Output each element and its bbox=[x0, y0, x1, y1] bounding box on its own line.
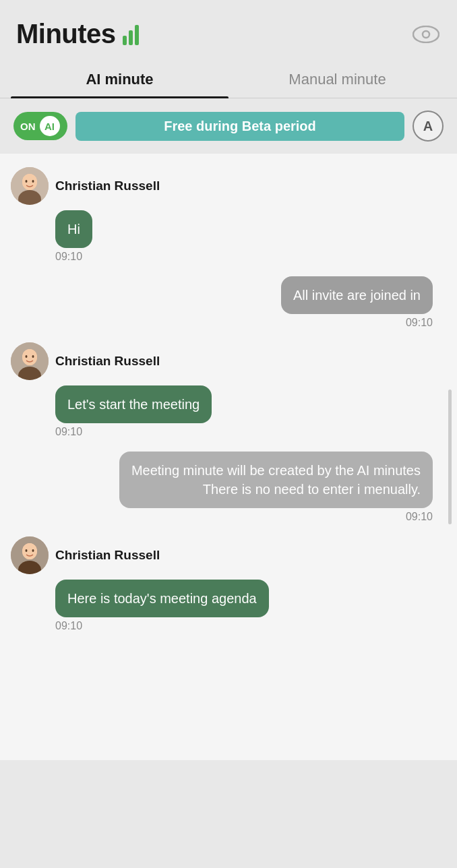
message-group-1: Christian Russell Hi 09:10 bbox=[11, 167, 446, 263]
svg-point-5 bbox=[22, 174, 37, 190]
svg-point-1 bbox=[423, 31, 429, 38]
timestamp-1: 09:10 bbox=[11, 251, 446, 263]
svg-point-6 bbox=[26, 180, 28, 183]
toggle-on-label: ON bbox=[20, 121, 36, 132]
bubble-5: Here is today's meeting agenda bbox=[55, 580, 269, 617]
sender-row-5: Christian Russell bbox=[11, 536, 446, 574]
user-avatar-circle[interactable]: A bbox=[413, 111, 444, 142]
eye-icon[interactable] bbox=[411, 20, 441, 49]
timestamp-4: 09:10 bbox=[11, 511, 446, 523]
message-group-4: Meeting minute will be created by the AI… bbox=[11, 452, 446, 523]
header-title-group: Minutes bbox=[16, 19, 139, 49]
svg-point-17 bbox=[22, 543, 37, 559]
sender-name-3: Christian Russell bbox=[55, 354, 160, 369]
header: Minutes bbox=[0, 0, 457, 60]
message-group-3: Christian Russell Let's start the meetin… bbox=[11, 342, 446, 438]
bubble-4: Meeting minute will be created by the AI… bbox=[119, 452, 433, 508]
avatar-christian-1 bbox=[11, 167, 49, 205]
sender-name-1: Christian Russell bbox=[55, 179, 160, 193]
bar1 bbox=[123, 36, 127, 45]
svg-point-13 bbox=[32, 355, 34, 358]
tab-manual-minute[interactable]: Manual minute bbox=[228, 60, 446, 98]
bubble-row-5: Here is today's meeting agenda bbox=[11, 580, 446, 617]
avatar-christian-3 bbox=[11, 342, 49, 380]
bubble-3: Let's start the meeting bbox=[55, 385, 212, 423]
ai-toggle[interactable]: ON AI bbox=[13, 112, 67, 140]
bubble-row-3: Let's start the meeting bbox=[11, 385, 446, 423]
app-title: Minutes bbox=[16, 19, 116, 49]
bar3 bbox=[135, 25, 139, 45]
sender-name-5: Christian Russell bbox=[55, 548, 160, 563]
ai-bar: ON AI Free during Beta period A bbox=[0, 98, 457, 154]
svg-point-11 bbox=[22, 349, 37, 365]
bubble-2: All invite are joined in bbox=[281, 276, 433, 314]
svg-point-19 bbox=[32, 549, 34, 552]
svg-point-12 bbox=[26, 355, 28, 358]
bubble-row-1: Hi bbox=[11, 210, 446, 248]
chat-area: Christian Russell Hi 09:10 All invite ar… bbox=[0, 154, 457, 760]
bubble-1: Hi bbox=[55, 210, 92, 248]
message-group-2: All invite are joined in 09:10 bbox=[11, 276, 446, 329]
beta-badge: Free during Beta period bbox=[75, 112, 404, 141]
tab-ai-minute[interactable]: AI minute bbox=[11, 60, 228, 98]
message-group-5: Christian Russell Here is today's meetin… bbox=[11, 536, 446, 632]
svg-point-18 bbox=[26, 549, 28, 552]
bubble-row-2: All invite are joined in bbox=[11, 276, 446, 314]
avatar-christian-5 bbox=[11, 536, 49, 574]
bars-icon bbox=[123, 24, 139, 45]
sender-row-3: Christian Russell bbox=[11, 342, 446, 380]
ai-badge: AI bbox=[40, 116, 60, 136]
svg-point-0 bbox=[413, 26, 439, 42]
bubble-row-4: Meeting minute will be created by the AI… bbox=[11, 452, 446, 508]
sender-row-1: Christian Russell bbox=[11, 167, 446, 205]
tabs-bar: AI minute Manual minute bbox=[0, 60, 457, 98]
bar2 bbox=[129, 30, 133, 45]
timestamp-2: 09:10 bbox=[11, 317, 446, 329]
svg-point-7 bbox=[32, 180, 34, 183]
timestamp-3: 09:10 bbox=[11, 426, 446, 438]
timestamp-5: 09:10 bbox=[11, 620, 446, 632]
